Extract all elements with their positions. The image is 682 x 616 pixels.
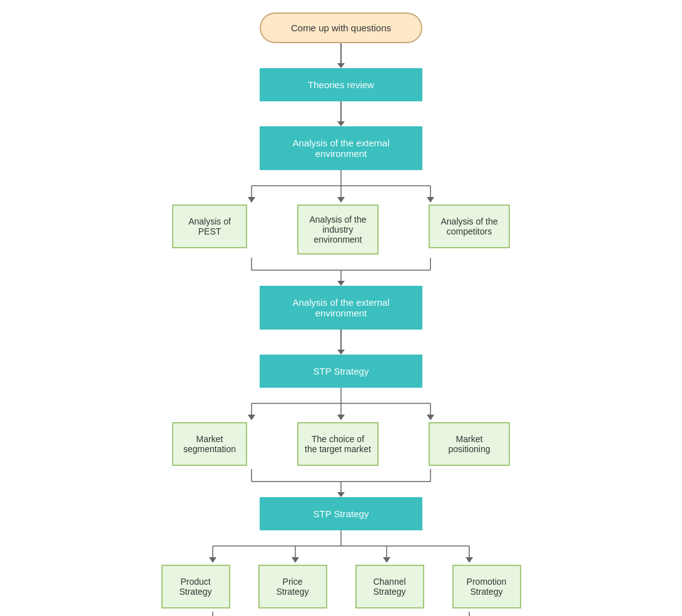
industry-item: Analysis of the industry environment xyxy=(297,204,379,255)
merge-connector-1 xyxy=(147,255,535,286)
external2-node: Analysis of the external environment xyxy=(260,286,422,330)
channel-node: Channel Strategy xyxy=(355,565,424,608)
merge-connector-3 xyxy=(147,608,535,616)
svg-marker-25 xyxy=(337,492,345,497)
external1-node: Analysis of the external environment xyxy=(260,126,422,170)
branch-row-2: Market segmentation The choice of the ta… xyxy=(147,422,535,466)
pest-item: Analysis of PEST xyxy=(172,204,247,248)
merge-connector-2 xyxy=(147,466,535,497)
svg-marker-7 xyxy=(427,197,434,203)
arrow-3 xyxy=(337,330,345,355)
stp2-node: STP Strategy xyxy=(260,497,422,530)
branch-section-1: Analysis of PEST Analysis of the industr… xyxy=(147,170,535,286)
promotion-node: Promotion Strategy xyxy=(452,565,521,608)
branch-connector-3 xyxy=(147,530,535,565)
channel-item: Channel Strategy xyxy=(355,565,424,608)
price-node: Price Strategy xyxy=(258,565,327,608)
stp1-node: STP Strategy xyxy=(260,355,422,388)
svg-marker-12 xyxy=(337,281,345,286)
svg-marker-5 xyxy=(337,197,345,203)
industry-node: Analysis of the industry environment xyxy=(297,204,379,255)
competitors-item: Analysis of the competitors xyxy=(429,204,510,248)
pest-node: Analysis of PEST xyxy=(172,204,247,248)
branch-section-3: Product Strategy Price Strategy Channel … xyxy=(147,530,535,616)
branch-connector-2 xyxy=(147,388,535,422)
product-item: Product Strategy xyxy=(161,565,230,608)
svg-marker-3 xyxy=(248,197,255,203)
branch-connector-1 xyxy=(147,170,535,204)
competitors-node: Analysis of the competitors xyxy=(429,204,510,248)
flowchart: Come up with questions Theories review A… xyxy=(147,13,535,616)
arrow-1 xyxy=(337,43,345,68)
arrow-2 xyxy=(337,101,345,126)
product-node: Product Strategy xyxy=(161,565,230,608)
positioning-item: Market positioning xyxy=(429,422,510,466)
svg-marker-33 xyxy=(383,557,390,563)
svg-marker-16 xyxy=(248,415,255,420)
branch-row-3: Product Strategy Price Strategy Channel … xyxy=(147,565,535,608)
segmentation-node: Market segmentation xyxy=(172,422,247,466)
svg-marker-20 xyxy=(427,415,434,420)
segmentation-item: Market segmentation xyxy=(172,422,247,466)
target-node: The choice of the target market xyxy=(297,422,379,466)
target-item: The choice of the target market xyxy=(297,422,379,466)
positioning-node: Market positioning xyxy=(429,422,510,466)
svg-marker-31 xyxy=(292,557,299,563)
branch-section-2: Market segmentation The choice of the ta… xyxy=(147,388,535,497)
start-node: Come up with questions xyxy=(260,13,422,43)
svg-marker-35 xyxy=(466,557,473,563)
theories-node: Theories review xyxy=(260,68,422,101)
branch-row-1: Analysis of PEST Analysis of the industr… xyxy=(147,204,535,255)
price-item: Price Strategy xyxy=(258,565,327,608)
svg-marker-18 xyxy=(337,415,345,420)
promotion-item: Promotion Strategy xyxy=(452,565,521,608)
svg-marker-29 xyxy=(209,557,216,563)
